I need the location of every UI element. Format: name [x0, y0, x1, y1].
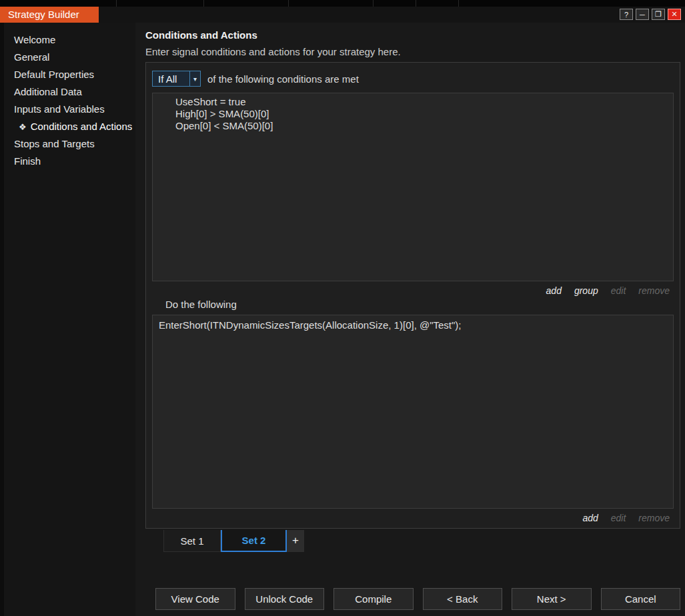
conditions-actions-groupbox: If All ▾ of the following conditions are… [145, 62, 680, 529]
unlock-code-button[interactable]: Unlock Code [245, 588, 325, 610]
add-action-link[interactable]: add [582, 513, 598, 523]
maximize-button[interactable]: ❐ [652, 9, 665, 20]
condition-item[interactable]: High[0] > SMA(50)[0] [175, 108, 669, 120]
cancel-button[interactable]: Cancel [601, 588, 681, 610]
edit-action-link: edit [611, 513, 626, 523]
titlebar: Strategy Builder ? ─ ❐ ✕ [0, 7, 685, 23]
tab-set-1[interactable]: Set 1 [163, 530, 221, 552]
sidebar-item-finish[interactable]: Finish [4, 153, 135, 170]
window-controls: ? ─ ❐ ✕ [620, 9, 681, 20]
add-condition-link[interactable]: add [546, 285, 562, 296]
background-tab [416, 0, 459, 7]
background-tab [289, 0, 374, 7]
background-tab [117, 0, 204, 7]
wizard-sidebar: Welcome General Default Properties Addit… [4, 23, 135, 616]
compile-button[interactable]: Compile [333, 588, 414, 610]
main-content: Conditions and Actions Enter signal cond… [135, 23, 685, 616]
sidebar-item-stops-and-targets[interactable]: Stops and Targets [4, 135, 135, 153]
chevron-down-icon: ▾ [189, 71, 200, 86]
view-code-button[interactable]: View Code [155, 588, 235, 610]
page-subtitle: Enter signal conditions and actions for … [145, 46, 680, 58]
four-diamond-icon: ❖ [19, 122, 27, 132]
condition-mode-dropdown[interactable]: If All ▾ [152, 71, 201, 87]
action-item[interactable]: EnterShort(ITNDynamicSizesTargets(Alloca… [159, 319, 669, 331]
edit-condition-link: edit [611, 285, 626, 296]
conditions-caption: of the following conditions are met [207, 73, 359, 85]
sidebar-item-welcome[interactable]: Welcome [4, 31, 135, 49]
sidebar-item-additional-data[interactable]: Additional Data [4, 83, 135, 101]
sidebar-item-label: Conditions and Actions [31, 121, 133, 132]
background-tab-strip [0, 0, 685, 7]
condition-item[interactable]: UseShort = true [175, 96, 669, 108]
actions-list[interactable]: EnterShort(ITNDynamicSizesTargets(Alloca… [152, 315, 674, 509]
condition-set-tabs: Set 1 Set 2 + [163, 530, 680, 552]
background-tab [0, 0, 117, 7]
minimize-button[interactable]: ─ [636, 9, 649, 20]
remove-action-link: remove [638, 513, 670, 523]
do-the-following-label: Do the following [165, 299, 674, 311]
group-condition-link[interactable]: group [574, 285, 598, 296]
actions-link-row: add edit remove [152, 513, 674, 523]
window-body: Welcome General Default Properties Addit… [0, 23, 685, 616]
remove-condition-link: remove [638, 285, 670, 296]
back-button[interactable]: < Back [423, 588, 503, 610]
background-tab [374, 0, 416, 7]
conditions-list[interactable]: UseShort = true High[0] > SMA(50)[0] Ope… [152, 93, 674, 281]
condition-item[interactable]: Open[0] < SMA(50)[0] [175, 120, 669, 132]
sidebar-item-general[interactable]: General [4, 49, 135, 66]
condition-mode-value: If All [158, 73, 177, 85]
window-title: Strategy Builder [0, 7, 99, 23]
tab-set-2[interactable]: Set 2 [221, 530, 287, 552]
help-button[interactable]: ? [620, 9, 633, 20]
add-set-tab[interactable]: + [287, 530, 304, 552]
page-title: Conditions and Actions [145, 29, 680, 41]
sidebar-item-default-properties[interactable]: Default Properties [4, 66, 135, 83]
background-tab [204, 0, 289, 7]
sidebar-item-conditions-and-actions[interactable]: ❖Conditions and Actions [4, 118, 135, 135]
close-button[interactable]: ✕ [668, 9, 681, 20]
next-button[interactable]: Next > [512, 588, 592, 610]
conditions-link-row: add group edit remove [152, 285, 674, 296]
sidebar-item-inputs-and-variables[interactable]: Inputs and Variables [4, 101, 135, 118]
footer-button-row: View Code Unlock Code Compile < Back Nex… [155, 588, 680, 610]
conditions-header: If All ▾ of the following conditions are… [152, 71, 674, 87]
